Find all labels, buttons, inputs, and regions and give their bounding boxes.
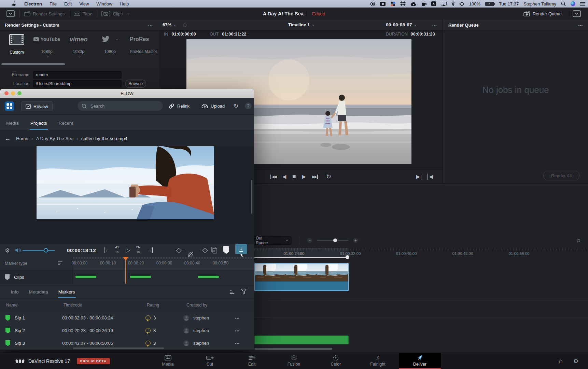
player-settings-gear-icon[interactable]: ⚙	[5, 247, 10, 254]
flow-playhead-handle[interactable]	[123, 257, 128, 263]
viewer-more-icon[interactable]	[432, 23, 437, 28]
row-more-icon[interactable]	[235, 315, 240, 320]
location-input[interactable]	[33, 80, 122, 87]
airplay-icon[interactable]	[441, 2, 447, 6]
viewer-dial-icon[interactable]	[183, 24, 186, 27]
first-frame-button[interactable]: ◀◀	[270, 175, 276, 179]
wifi-icon[interactable]	[459, 2, 464, 6]
play-button[interactable]: ▶	[302, 174, 306, 180]
timeline-audio-clip[interactable]	[254, 336, 349, 344]
close-window-button[interactable]	[4, 91, 9, 95]
col-timecode[interactable]: Timecode	[64, 303, 147, 308]
bluetooth-icon[interactable]	[451, 1, 454, 6]
timeline-zoom-slider[interactable]	[317, 240, 348, 241]
menu-app-name[interactable]: Electron	[24, 1, 42, 6]
preset-custom[interactable]: Custom	[5, 34, 29, 55]
viewer-zoom-chevron[interactable]	[171, 22, 176, 27]
last-frame-button[interactable]: ▶▶	[312, 175, 318, 179]
filter-funnel-icon[interactable]	[241, 289, 247, 295]
marker-in-icon[interactable]	[177, 248, 184, 254]
relink-button[interactable]: Relink	[169, 101, 190, 110]
play-reverse-button[interactable]: ◀	[282, 174, 286, 180]
twitter-preset-chevron[interactable]	[114, 37, 118, 42]
timeline-selector[interactable]: Timeline 1	[288, 22, 315, 27]
browse-button[interactable]: Browse	[125, 80, 146, 88]
tab-media[interactable]: Media	[6, 121, 19, 130]
back-arrow-icon[interactable]: ←	[5, 135, 11, 142]
menu-help[interactable]: Help	[120, 1, 129, 6]
stop-button[interactable]: ■	[292, 173, 296, 180]
timeline-hscrollbar[interactable]	[254, 348, 332, 350]
timeline-video-clip[interactable]	[254, 263, 349, 291]
app-grid-icon[interactable]	[390, 1, 395, 6]
preset-twitter[interactable]: 1080p	[98, 34, 122, 54]
range-selector[interactable]: Out Range	[253, 236, 292, 245]
minimize-window-button[interactable]	[11, 91, 15, 95]
tab-markers[interactable]: Markers	[58, 289, 75, 298]
volume-slider-handle[interactable]	[44, 248, 48, 252]
flow-titlebar[interactable]: FLOW	[0, 89, 254, 98]
copy-marker-icon[interactable]	[211, 247, 217, 254]
page-fusion[interactable]: Fusion	[273, 353, 315, 368]
breadcrumb-project[interactable]: A Day By The Sea	[36, 136, 74, 141]
page-cut[interactable]: Cut	[189, 353, 231, 368]
upload-button[interactable]: Upload	[201, 101, 225, 110]
menubar-clock[interactable]: Tue 17:37	[499, 1, 519, 6]
zoom-in-button[interactable]: +	[353, 238, 358, 243]
apple-menu-icon[interactable]	[12, 1, 17, 6]
flag-marker-icon[interactable]	[223, 246, 229, 255]
loop-button[interactable]: ↻	[326, 173, 331, 180]
play-around-in-button[interactable]: ◀	[428, 174, 433, 180]
marker-range-sip2[interactable]	[130, 276, 151, 278]
menu-window[interactable]: Window	[96, 1, 112, 6]
preset-youtube[interactable]: YouTube 1080p	[32, 34, 61, 59]
tab-info[interactable]: Info	[11, 289, 19, 298]
row-more-icon[interactable]	[235, 328, 240, 333]
jump-to-end-button[interactable]: →	[147, 247, 153, 253]
page-edit[interactable]: Edit	[231, 353, 273, 368]
render-queue-toggle[interactable]: Render Queue	[519, 8, 566, 20]
sort-icon[interactable]	[58, 261, 63, 265]
jump-to-start-button[interactable]: ←	[104, 247, 110, 253]
col-created-by[interactable]: Created by	[186, 303, 207, 308]
col-name[interactable]: Name	[6, 303, 64, 308]
row-more-icon[interactable]	[235, 341, 240, 346]
render-all-button[interactable]: Render All	[543, 171, 579, 180]
screen-record-icon[interactable]	[370, 1, 375, 6]
audio-monitor-icon[interactable]: ♫	[576, 237, 580, 244]
camera-icon[interactable]	[380, 2, 386, 6]
render-queue-more-icon[interactable]	[578, 23, 583, 28]
dropbox-icon[interactable]	[400, 1, 406, 6]
play-around-out-button[interactable]: ▶	[416, 174, 421, 180]
rewind-10-button[interactable]: ↶10	[115, 246, 119, 254]
flow-video-preview[interactable]	[37, 146, 214, 221]
flow-app-logo[interactable]	[5, 101, 14, 111]
presets-scrollbar[interactable]	[1, 63, 65, 65]
cloud-icon[interactable]	[410, 2, 417, 6]
clips-track-header[interactable]: Clips	[0, 270, 73, 284]
search-box[interactable]	[78, 101, 163, 111]
marker-range-sip1[interactable]	[75, 276, 96, 278]
viewer-timecode[interactable]: 00:00:08:07	[386, 22, 417, 27]
volume-icon[interactable]	[15, 248, 21, 253]
forward-10-button[interactable]: ↷10	[136, 246, 140, 254]
tab-recent[interactable]: Recent	[59, 121, 73, 130]
breadcrumb-home[interactable]: Home	[16, 136, 28, 141]
maximize-window-button[interactable]	[17, 91, 22, 95]
siri-icon[interactable]	[571, 1, 575, 6]
panel-toggle-right-button[interactable]	[568, 8, 585, 20]
menu-edit[interactable]: Edit	[64, 1, 72, 6]
page-deliver[interactable]: Deliver	[399, 353, 441, 369]
timeline-scroll-handle[interactable]	[346, 255, 349, 259]
coffee-app-icon[interactable]	[421, 1, 426, 6]
menubar-user[interactable]: Stephen Tallamy	[523, 1, 556, 6]
home-icon[interactable]: ⌂	[559, 357, 563, 365]
menu-view[interactable]: View	[79, 1, 89, 6]
marker-row[interactable]: Sip 2 00:00:20:23 - 00:00:26:19 3 stephe…	[0, 324, 254, 337]
flow-horizontal-scrollbar[interactable]	[73, 347, 164, 349]
filename-input[interactable]	[33, 71, 122, 79]
col-rating[interactable]: Rating	[147, 303, 186, 308]
marker-range-sip3[interactable]	[198, 276, 219, 278]
flow-play-button[interactable]: ▷	[126, 247, 130, 254]
timeline-scroll-position[interactable]	[254, 257, 347, 258]
